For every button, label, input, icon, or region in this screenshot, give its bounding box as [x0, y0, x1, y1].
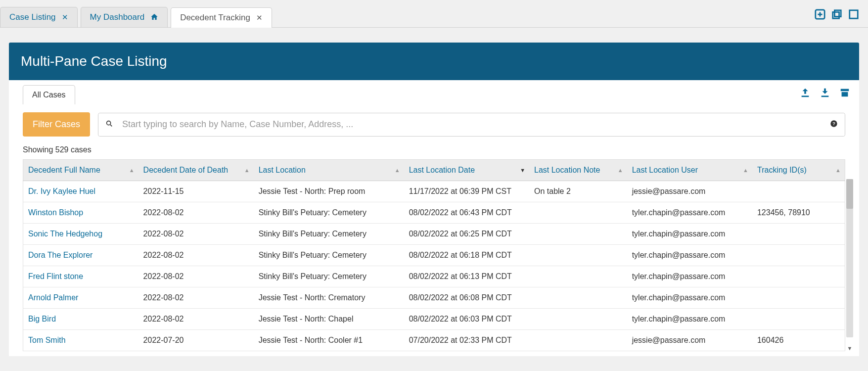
cell-dod: 2022-08-02	[138, 287, 254, 309]
cell-loc: Jessie Test - North: Crematory	[254, 287, 404, 309]
cell-dod: 2022-08-02	[138, 309, 254, 330]
cell-locdate: 08/02/2022 at 06:08 PM CDT	[404, 287, 529, 309]
sub-tab-all-cases[interactable]: All Cases	[23, 85, 75, 104]
table-row: Tom Smith2022-07-20Jessie Test - North: …	[23, 330, 845, 351]
filter-cases-button[interactable]: Filter Cases	[23, 112, 90, 137]
col-decedent-name[interactable]: Decedent Full Name▲	[23, 160, 138, 181]
table-row: Winston Bishop2022-08-02Stinky Bill's Pe…	[23, 202, 845, 224]
cell-user: tyler.chapin@passare.com	[627, 287, 752, 309]
table-row: Arnold Palmer2022-08-02Jessie Test - Nor…	[23, 287, 845, 309]
sub-tab-label: All Cases	[32, 91, 66, 99]
cell-locdate: 08/02/2022 at 06:43 PM CDT	[404, 202, 529, 224]
restore-window-icon[interactable]	[831, 9, 842, 22]
cell-user: jessie@passare.com	[627, 330, 752, 351]
svg-rect-5	[822, 95, 829, 97]
sub-tab-bar: All Cases	[9, 80, 859, 104]
cell-dod: 2022-08-02	[138, 245, 254, 266]
cell-loc: Stinky Bill's Petuary: Cemetery	[254, 245, 404, 266]
maximize-icon[interactable]	[848, 9, 859, 22]
svg-rect-1	[833, 12, 839, 18]
cell-name[interactable]: Dora The Explorer	[23, 245, 138, 266]
cell-tracking	[752, 266, 845, 287]
col-last-location-note[interactable]: Last Location Note▲	[529, 160, 627, 181]
svg-rect-6	[841, 89, 849, 92]
table-body: Dr. Ivy Kaylee Huel2022-11-15Jessie Test…	[23, 181, 845, 351]
showing-count: Showing 529 cases	[9, 137, 859, 159]
cases-table: Decedent Full Name▲ Decedent Date of Dea…	[23, 159, 845, 351]
svg-rect-2	[834, 10, 841, 17]
cell-dod: 2022-08-02	[138, 202, 254, 224]
panel-actions	[800, 87, 850, 100]
archive-icon[interactable]	[839, 87, 850, 100]
cell-loc: Jessie Test - North: Cooler #1	[254, 330, 404, 351]
upload-icon[interactable]	[800, 87, 811, 100]
cell-name[interactable]: Dr. Ivy Kaylee Huel	[23, 181, 138, 202]
tab-case-listing[interactable]: Case Listing ✕	[0, 7, 78, 27]
search-field-wrap: ?	[98, 113, 845, 137]
search-icon	[105, 120, 113, 130]
search-input[interactable]	[98, 113, 845, 136]
cell-tracking	[752, 287, 845, 309]
col-date-of-death[interactable]: Decedent Date of Death▲	[138, 160, 254, 181]
cell-user: jessie@passare.com	[627, 181, 752, 202]
download-icon[interactable]	[820, 87, 830, 100]
scroll-down-icon[interactable]: ▼	[846, 344, 853, 352]
scrollbar-thumb[interactable]	[846, 179, 853, 209]
table-row: Dora The Explorer2022-08-02Stinky Bill's…	[23, 245, 845, 266]
cell-locdate: 08/02/2022 at 06:13 PM CDT	[404, 266, 529, 287]
cell-note	[529, 266, 627, 287]
svg-rect-4	[802, 95, 809, 97]
tab-bar-actions	[815, 9, 859, 22]
table-header-row: Decedent Full Name▲ Decedent Date of Dea…	[23, 160, 845, 181]
sort-icon: ▲	[618, 167, 623, 173]
help-icon[interactable]: ?	[830, 120, 838, 130]
cell-dod: 2022-11-15	[138, 181, 254, 202]
add-tab-icon[interactable]	[815, 9, 825, 22]
main-panel: All Cases Filter Cases ? Showing 5	[9, 80, 859, 356]
cell-name[interactable]: Big Bird	[23, 309, 138, 330]
cell-locdate: 08/02/2022 at 06:25 PM CDT	[404, 224, 529, 245]
cell-note	[529, 309, 627, 330]
col-last-location-user[interactable]: Last Location User▲	[627, 160, 752, 181]
col-label: Last Location Date	[409, 166, 475, 174]
tab-label: My Dashboard	[90, 12, 145, 22]
cell-name[interactable]: Arnold Palmer	[23, 287, 138, 309]
cell-user: tyler.chapin@passare.com	[627, 202, 752, 224]
col-label: Tracking ID(s)	[757, 166, 807, 174]
scrollbar[interactable]	[846, 179, 853, 337]
col-tracking-ids[interactable]: Tracking ID(s)▲	[752, 160, 845, 181]
cell-note: On table 2	[529, 181, 627, 202]
cell-note	[529, 330, 627, 351]
page-banner: Multi-Pane Case Listing	[9, 43, 859, 80]
col-last-location[interactable]: Last Location▲	[254, 160, 404, 181]
tab-label: Decedent Tracking	[180, 13, 250, 23]
cell-tracking	[752, 224, 845, 245]
cell-loc: Jessie Test - North: Prep room	[254, 181, 404, 202]
table-row: Big Bird2022-08-02Jessie Test - North: C…	[23, 309, 845, 330]
col-label: Last Location User	[632, 166, 698, 174]
cell-loc: Jessie Test - North: Chapel	[254, 309, 404, 330]
close-icon[interactable]: ✕	[62, 13, 68, 22]
cell-name[interactable]: Winston Bishop	[23, 202, 138, 224]
tab-label: Case Listing	[9, 12, 56, 22]
svg-text:?: ?	[832, 121, 835, 126]
cell-dod: 2022-08-02	[138, 224, 254, 245]
cell-name[interactable]: Sonic The Hedgehog	[23, 224, 138, 245]
tab-decedent-tracking[interactable]: Decedent Tracking ✕	[171, 7, 272, 28]
cell-note	[529, 224, 627, 245]
sort-icon: ▲	[244, 167, 250, 173]
svg-rect-7	[842, 92, 848, 96]
table-wrap: Decedent Full Name▲ Decedent Date of Dea…	[23, 159, 845, 351]
cell-locdate: 08/02/2022 at 06:18 PM CDT	[404, 245, 529, 266]
cell-tracking: 160426	[752, 330, 845, 351]
filter-row: Filter Cases ?	[9, 104, 859, 137]
cell-name[interactable]: Fred Flint stone	[23, 266, 138, 287]
cell-name[interactable]: Tom Smith	[23, 330, 138, 351]
tab-my-dashboard[interactable]: My Dashboard	[81, 7, 168, 27]
sort-desc-icon: ▼	[520, 167, 525, 173]
cell-loc: Stinky Bill's Petuary: Cemetery	[254, 224, 404, 245]
cell-tracking: 123456, 78910	[752, 202, 845, 224]
col-last-location-date[interactable]: Last Location Date▼	[404, 160, 529, 181]
col-label: Last Location	[259, 166, 306, 174]
close-icon[interactable]: ✕	[256, 13, 263, 22]
